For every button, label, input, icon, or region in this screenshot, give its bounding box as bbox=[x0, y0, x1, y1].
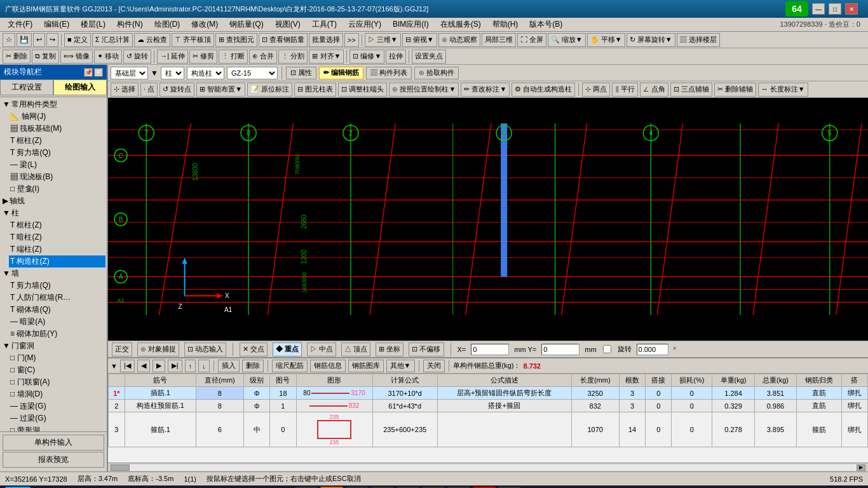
tree-wall[interactable]: ▼墙 bbox=[1, 268, 105, 280]
rotate-input[interactable] bbox=[637, 344, 668, 355]
table-row[interactable]: 3 箍筋.1 6 中 0 235 bbox=[109, 412, 868, 447]
tree-lintel[interactable]: — 过梁(G) bbox=[9, 412, 105, 424]
trim-btn[interactable]: ✂ 修剪 bbox=[189, 50, 217, 64]
redo-btn[interactable]: ↪ bbox=[46, 33, 58, 47]
check-mark-btn[interactable]: ✏ 查改标注▼ bbox=[461, 83, 510, 97]
expand-wall[interactable]: ▼ bbox=[3, 269, 10, 278]
maximize-button[interactable]: □ bbox=[829, 3, 841, 15]
project-settings-btn[interactable]: 工程设置 bbox=[0, 79, 53, 95]
tree-frame-col-2[interactable]: T 框柱(Z) bbox=[9, 219, 105, 231]
define-btn[interactable]: ■ 定义 bbox=[64, 33, 91, 47]
nav-prev-btn[interactable]: ◀ bbox=[137, 360, 150, 372]
nav-down-btn[interactable]: ↓ bbox=[198, 360, 210, 372]
save-btn[interactable]: 💾 bbox=[17, 33, 32, 47]
adjust-col-head-btn[interactable]: ⊡ 调整柱端头 bbox=[338, 83, 387, 97]
comp-type-select[interactable]: 构造柱 bbox=[187, 67, 224, 79]
tree-strip-hole[interactable]: □ 带形洞 bbox=[9, 424, 105, 431]
extend-btn[interactable]: →| 延伸 bbox=[157, 50, 188, 64]
3d-btn[interactable]: ▷ 三维▼ bbox=[365, 33, 401, 47]
rotate-checkbox[interactable] bbox=[603, 345, 611, 353]
menu-tools[interactable]: 工具(T) bbox=[307, 18, 342, 31]
two-point-btn[interactable]: ⊹ 选择 bbox=[111, 83, 139, 97]
menu-version[interactable]: 版本号(B) bbox=[524, 18, 567, 31]
x-input[interactable] bbox=[471, 344, 509, 355]
component-list-btn[interactable]: ▤ 构件列表 bbox=[366, 67, 412, 79]
nav-next-btn[interactable]: ▶ bbox=[153, 360, 165, 372]
col-table-btn[interactable]: ⊟ 图元柱表 bbox=[294, 83, 336, 97]
menu-modify[interactable]: 修改(M) bbox=[186, 18, 223, 31]
menu-edit[interactable]: 编辑(E) bbox=[39, 18, 74, 31]
pan-btn[interactable]: ✋ 平移▼ bbox=[587, 33, 625, 47]
expand-axis[interactable]: ▶ bbox=[3, 196, 8, 205]
del-axis-btn[interactable]: ✂ 删除辅轴 bbox=[714, 83, 756, 97]
rebar-info-btn[interactable]: 钢筋信息 bbox=[310, 360, 346, 372]
nav-first-btn[interactable]: |◀ bbox=[120, 360, 135, 372]
len-mark-btn[interactable]: ↔ 长度标注▼ bbox=[758, 83, 808, 97]
cloud-check-btn[interactable]: ☁ 云检查 bbox=[134, 33, 170, 47]
nav-last-btn[interactable]: ▶| bbox=[168, 360, 182, 372]
menu-view[interactable]: 视图(V) bbox=[270, 18, 306, 31]
menu-rebar[interactable]: 钢筋量(Q) bbox=[224, 18, 268, 31]
edit-rebar-btn[interactable]: ✏ 编辑钢筋 bbox=[319, 67, 363, 79]
tree-masonry-wall[interactable]: T 砌体墙(Q) bbox=[9, 304, 105, 316]
menu-file[interactable]: 文件(F) bbox=[3, 18, 37, 31]
tree-hidden-col[interactable]: T 暗柱(Z) bbox=[9, 231, 105, 243]
scroll-right-btn[interactable]: ▶ bbox=[857, 464, 865, 471]
panel-collapse[interactable]: ▼ bbox=[111, 362, 118, 370]
mid-btn[interactable]: ▷ 中点 bbox=[307, 342, 336, 356]
intersect-btn[interactable]: ✕ 交点 bbox=[240, 342, 268, 356]
tree-civil-defence-wall[interactable]: T 人防门框墙(R… bbox=[9, 292, 105, 304]
orthogonal-btn[interactable]: 正交 bbox=[112, 342, 132, 356]
tree-end-col[interactable]: T 端柱(Z) bbox=[9, 243, 105, 255]
no-offset-btn[interactable]: ⊡ 不偏移 bbox=[409, 342, 444, 356]
tree-frame-col[interactable]: T 框柱(Z) bbox=[9, 135, 105, 147]
tree-wall-hole[interactable]: □ 墙洞(D) bbox=[9, 388, 105, 400]
midpoint-btn[interactable]: ◆ 重点 bbox=[273, 342, 302, 356]
break-btn[interactable]: ⋮ 打断 bbox=[219, 50, 248, 64]
scale-rebar-btn[interactable]: 缩尺配筋 bbox=[272, 360, 308, 372]
comp-name-select[interactable]: GZ-15 bbox=[227, 67, 278, 79]
tree-dark-beam[interactable]: — 暗梁(A) bbox=[9, 316, 105, 328]
report-preview-btn[interactable]: 报表预览 bbox=[3, 452, 104, 468]
expand-common[interactable]: ▼ bbox=[3, 100, 10, 109]
mirror-btn[interactable]: ⟺ 镜像 bbox=[60, 50, 93, 64]
y-input[interactable] bbox=[541, 344, 580, 355]
rebar-lib-btn[interactable]: 钢筋图库 bbox=[348, 360, 384, 372]
menu-floor[interactable]: 楼层(L) bbox=[76, 18, 111, 31]
sidebar-pin-btn[interactable]: 📌 bbox=[84, 68, 93, 77]
minimize-button[interactable]: — bbox=[812, 3, 825, 15]
tree-construct-col[interactable]: T 构造柱(Z) bbox=[9, 255, 105, 268]
inplace-mark-btn[interactable]: 📝 原位标注 bbox=[247, 83, 292, 97]
tree-column[interactable]: ▼柱 bbox=[1, 207, 105, 219]
smart-place-btn[interactable]: ⊞ 智能布置▼ bbox=[196, 83, 245, 97]
sidebar-close-btn[interactable]: ✕ bbox=[94, 68, 103, 77]
menu-help[interactable]: 帮助(H) bbox=[487, 18, 524, 31]
del-row-btn[interactable]: 删除 bbox=[242, 360, 264, 372]
tree-window[interactable]: □ 窗(C) bbox=[9, 364, 105, 376]
view-rebar-btn[interactable]: ⊡ 查看钢筋量 bbox=[259, 33, 308, 47]
auto-gen-btn[interactable]: ⚙ 自动生成构造柱 bbox=[512, 83, 575, 97]
tree-common-types[interactable]: ▼常用构件类型 bbox=[1, 98, 105, 111]
setgrip-btn[interactable]: 设置夹点 bbox=[412, 50, 446, 64]
expand-doors-windows[interactable]: ▼ bbox=[3, 341, 10, 350]
split-btn[interactable]: ⋮ 分割 bbox=[278, 50, 308, 64]
property-btn[interactable]: ⊡ 属性 bbox=[286, 67, 316, 79]
close-table-btn[interactable]: 关闭 bbox=[423, 360, 445, 372]
tree-doors-windows[interactable]: ▼门窗洞 bbox=[1, 340, 105, 352]
editmod-btn[interactable]: ⊡ 编修▼ bbox=[349, 50, 384, 64]
select-floor-btn[interactable]: ▤ 选择楼层 bbox=[677, 33, 720, 47]
h-scrollbar[interactable]: ▶ bbox=[108, 463, 868, 471]
table-container[interactable]: 筋号 直径(mm) 级别 图号 图形 计算公式 公式描述 长度(mm) 根数 搭… bbox=[108, 374, 868, 463]
sum-btn[interactable]: Σ 汇总计算 bbox=[92, 33, 133, 47]
dynamic-btn[interactable]: ⊙ 动态观察 bbox=[438, 33, 480, 47]
single-component-input-btn[interactable]: 单构件输入 bbox=[3, 435, 104, 451]
new-btn[interactable]: ☆ bbox=[3, 33, 15, 47]
floor-select[interactable]: 基础层 bbox=[111, 67, 148, 79]
parallel-btn[interactable]: ∥ 平行 bbox=[612, 83, 638, 97]
batch-select-btn[interactable]: 批量选择 bbox=[309, 33, 343, 47]
menu-online[interactable]: 在线服务(S) bbox=[435, 18, 486, 31]
tree-masonry-rebar[interactable]: ≡ 砌体加筋(Y) bbox=[9, 328, 105, 340]
tree-coupling-beam[interactable]: — 连梁(G) bbox=[9, 400, 105, 412]
merge-btn[interactable]: ⊕ 合并 bbox=[249, 50, 277, 64]
tree-door-window[interactable]: □ 门联窗(A) bbox=[9, 376, 105, 388]
